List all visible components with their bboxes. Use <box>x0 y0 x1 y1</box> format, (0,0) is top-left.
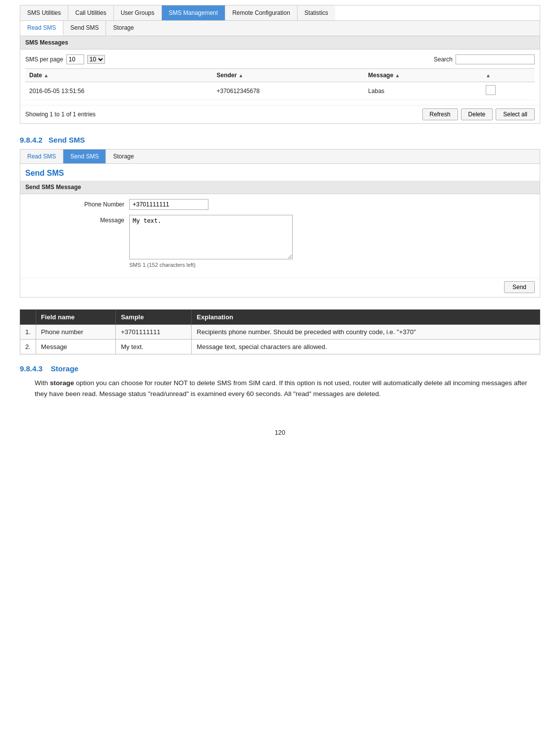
ref-num-2: 2. <box>20 340 36 354</box>
chars-left: SMS 1 (152 characters left) <box>129 262 293 268</box>
send-btn-row: Send <box>20 278 540 297</box>
nav-tabs: SMS Utilities Call Utilities User Groups… <box>20 5 540 20</box>
ref-field-1: Phone number <box>36 325 115 340</box>
col-checkbox-header[interactable]: ▲ <box>482 69 535 82</box>
message-input-group: My text. SMS 1 (152 characters left) <box>129 215 293 268</box>
refresh-button[interactable]: Refresh <box>422 108 458 120</box>
tab-call-utilities[interactable]: Call Utilities <box>68 5 114 20</box>
panel1-body: SMS per page 10 25 50 Search Date ▲ <box>20 50 540 105</box>
phone-row: Phone Number <box>60 199 535 210</box>
sms-per-page-group: SMS per page 10 25 50 <box>25 54 105 64</box>
ref-row-1: 1. Phone number +3701111111 Recipients p… <box>20 325 540 340</box>
ref-explanation-1: Recipients phone number. Should be prece… <box>192 325 540 340</box>
ref-sample-2: My text. <box>116 340 192 354</box>
read-sms-panel: Read SMS Send SMS Storage SMS Messages S… <box>20 20 540 124</box>
cell-checkbox[interactable] <box>482 82 535 100</box>
send-sms-form: Phone Number Message My text. SMS 1 (152… <box>20 194 540 278</box>
ref-row-2: 2. Message My text. Message text, specia… <box>20 340 540 354</box>
ref-col-num <box>20 310 36 325</box>
delete-button[interactable]: Delete <box>461 108 493 120</box>
section-title-942: Send SMS <box>49 136 85 144</box>
send-button[interactable]: Send <box>504 281 535 293</box>
send-sms-section-header: Send SMS Message <box>20 181 540 194</box>
ref-sample-1: +3701111111 <box>116 325 192 340</box>
sort-arrow-message: ▲ <box>395 73 400 78</box>
footer-buttons: Refresh Delete Select all <box>422 108 535 120</box>
cell-date: 2016-05-05 13:51:56 <box>25 82 212 100</box>
tab-user-groups[interactable]: User Groups <box>114 5 162 20</box>
send-sms-title: Send SMS <box>20 164 540 181</box>
phone-input-group <box>129 199 208 210</box>
sms-per-page-input[interactable] <box>66 54 84 64</box>
tab-sms-utilities[interactable]: SMS Utilities <box>20 5 68 20</box>
panel2-subtabs: Read SMS Send SMS Storage <box>20 150 540 164</box>
tab-remote-configuration[interactable]: Remote Configuration <box>225 5 298 20</box>
section-heading-942: 9.8.4.2 Send SMS <box>20 136 540 144</box>
section-heading-943: 9.8.4.3 Storage <box>20 364 540 373</box>
sms-table: Date ▲ Sender ▲ Message ▲ ▲ 2016-05-05 1… <box>25 68 535 100</box>
table-footer: Showing 1 to 1 of 1 entries Refresh Dele… <box>20 105 540 123</box>
panel2-subtab-read-sms[interactable]: Read SMS <box>20 150 63 163</box>
ref-explanation-2: Message text, special characters are all… <box>192 340 540 354</box>
sms-controls-row: SMS per page 10 25 50 Search <box>25 54 535 64</box>
col-sender[interactable]: Sender ▲ <box>212 69 364 82</box>
panel1-subtabs: Read SMS Send SMS Storage <box>20 21 540 36</box>
section-title-943: Storage <box>51 364 79 373</box>
cell-sender: +370612345678 <box>212 82 364 100</box>
tab-statistics[interactable]: Statistics <box>298 5 335 20</box>
section-num-943: 9.8.4.3 <box>20 364 43 373</box>
section-num-942: 9.8.4.2 <box>20 136 43 144</box>
select-all-button[interactable]: Select all <box>496 108 535 120</box>
ref-field-2: Message <box>36 340 115 354</box>
ref-num-1: 1. <box>20 325 36 340</box>
sms-messages-header: SMS Messages <box>20 36 540 50</box>
message-textarea[interactable]: My text. <box>129 215 293 259</box>
message-label: Message <box>60 215 129 224</box>
showing-entries: Showing 1 to 1 of 1 entries <box>25 111 96 118</box>
search-input[interactable] <box>456 54 535 64</box>
subtab-read-sms[interactable]: Read SMS <box>20 21 63 36</box>
send-sms-panel: Read SMS Send SMS Storage Send SMS Send … <box>20 149 540 298</box>
panel2-subtab-send-sms[interactable]: Send SMS <box>63 150 106 163</box>
col-date[interactable]: Date ▲ <box>25 69 212 82</box>
page-number: 120 <box>20 429 540 436</box>
ref-col-explanation: Explanation <box>192 310 540 325</box>
cell-message: Labas <box>364 82 482 100</box>
sort-arrow-date: ▲ <box>44 73 49 78</box>
storage-bold: storage <box>50 379 74 387</box>
ref-col-sample: Sample <box>116 310 192 325</box>
subtab-send-sms[interactable]: Send SMS <box>63 21 106 36</box>
phone-number-input[interactable] <box>129 199 208 210</box>
sort-arrow-sender: ▲ <box>238 73 243 78</box>
search-label: Search <box>434 56 453 63</box>
sms-per-page-select[interactable]: 10 25 50 <box>87 55 105 64</box>
row-checkbox[interactable] <box>486 85 496 95</box>
sms-per-page-label: SMS per page <box>25 56 63 63</box>
message-row: Message My text. SMS 1 (152 characters l… <box>60 215 535 268</box>
storage-paragraph: With storage option you can choose for r… <box>20 378 540 399</box>
col-message[interactable]: Message ▲ <box>364 69 482 82</box>
panel2-subtab-storage[interactable]: Storage <box>106 150 141 163</box>
subtab-storage[interactable]: Storage <box>106 21 141 36</box>
table-row: 2016-05-05 13:51:56 +370612345678 Labas <box>25 82 535 100</box>
sort-arrow-extra: ▲ <box>486 73 491 78</box>
ref-col-field: Field name <box>36 310 115 325</box>
tab-sms-management[interactable]: SMS Management <box>162 5 225 20</box>
phone-label: Phone Number <box>60 199 129 208</box>
search-row: Search <box>434 54 535 64</box>
ref-table: Field name Sample Explanation 1. Phone n… <box>20 309 540 354</box>
